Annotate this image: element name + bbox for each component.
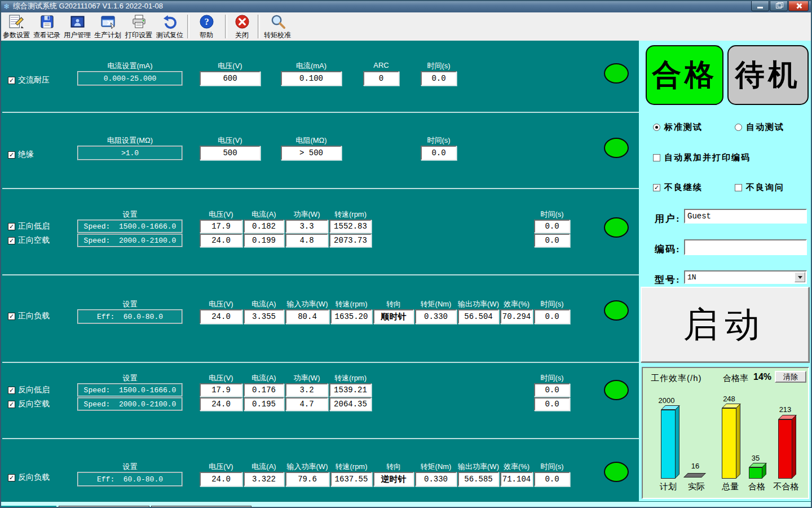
- col-header: 电压(V): [200, 135, 261, 146]
- model-select[interactable]: 1N: [684, 270, 807, 284]
- section-insulation: ✓绝缘 电阻设置(MΩ) >1.0 电压(V) 电阻(MΩ) 时间(s) 500…: [2, 113, 639, 189]
- bar-value-actual: 16: [679, 462, 712, 470]
- col-header: 转速(rpm): [330, 299, 372, 309]
- setting-header: 设置: [77, 209, 183, 220]
- param-settings-button[interactable]: 参数设置: [1, 14, 32, 41]
- close-button[interactable]: [788, 0, 809, 11]
- ac-hipot-checkbox[interactable]: ✓交流耐压: [8, 76, 50, 85]
- status-led: [604, 380, 629, 400]
- setting-value: Eff: 60.0-80.0: [77, 472, 183, 487]
- bar-value-plan: 2000: [650, 396, 683, 405]
- code-input[interactable]: [684, 239, 807, 255]
- torque-calibration-button[interactable]: 转矩校准: [261, 14, 294, 41]
- col-header: 电流(mA): [281, 61, 342, 71]
- bar-category: 总量: [715, 481, 745, 492]
- value-display: 24.0: [200, 472, 242, 487]
- forward-load-checkbox[interactable]: ✓正向负载: [8, 312, 50, 321]
- status-led: [604, 63, 629, 84]
- pass-rate-value: 14%: [753, 372, 771, 382]
- restore-button[interactable]: [770, 0, 788, 11]
- reverse-load-checkbox[interactable]: ✓反向负载: [8, 473, 50, 482]
- value-display: 500: [200, 146, 261, 160]
- value-display: 2073.73: [329, 234, 372, 247]
- close-app-button[interactable]: 关闭: [229, 14, 255, 41]
- checkbox-icon: [735, 184, 742, 191]
- col-header: 转向: [373, 299, 414, 309]
- value-display: 0.0: [421, 146, 457, 160]
- user-management-button[interactable]: 用户管理: [62, 14, 92, 41]
- close-red-icon: [235, 14, 250, 29]
- bottom-segment: [0, 506, 56, 508]
- auto-accumulate-print-checkbox[interactable]: 自动累加并打印编码: [653, 153, 751, 162]
- value-display: 0.0: [534, 309, 570, 324]
- taskbar-button-partial: [151, 506, 251, 508]
- section-forward-load: ✓正向负载 设置 Eff: 60.0-80.0 电压(V) 电流(A) 输入功率…: [2, 275, 639, 363]
- taskbar-button-partial: [59, 506, 149, 508]
- view-records-button[interactable]: 查看记录: [32, 14, 62, 41]
- bar-fail: [778, 415, 792, 479]
- value-display: 71.104: [500, 472, 533, 487]
- col-header: 输出功率(W): [458, 462, 499, 472]
- model-value: 1N: [687, 273, 696, 282]
- value-display: 0.0: [534, 472, 570, 487]
- value-display: 0.182: [244, 220, 284, 233]
- setting-value: Speed: 2000.0-2100.0: [77, 234, 183, 247]
- col-header: 电阻(MΩ): [281, 135, 342, 146]
- setting-value: 0.000-25.000: [77, 71, 183, 86]
- minimize-button[interactable]: [751, 0, 769, 11]
- section-reverse-load: ✓反向负载 设置 Eff: 60.0-80.0 电压(V) 电流(A) 输入功率…: [2, 439, 639, 501]
- setting-value: Speed: 1500.0-1666.0: [77, 220, 183, 233]
- value-display: 24.0: [200, 397, 242, 411]
- value-display: 17.9: [200, 383, 242, 397]
- clear-button[interactable]: 清除: [775, 371, 806, 383]
- insulation-checkbox[interactable]: ✓绝缘: [8, 150, 34, 159]
- col-header: 电流(A): [244, 299, 284, 309]
- test-reset-button[interactable]: 测试复位: [155, 14, 185, 41]
- col-header: 转向: [373, 462, 414, 472]
- undo-arrow-icon: [162, 14, 178, 29]
- value-display: 0.0: [534, 234, 570, 247]
- toolbar-separator: [225, 15, 227, 38]
- forward-noload-checkbox[interactable]: ✓正向空载: [8, 236, 50, 245]
- reverse-noload-checkbox[interactable]: ✓反向空载: [8, 400, 50, 409]
- forward-lowstart-checkbox[interactable]: ✓正向低启: [8, 222, 50, 231]
- value-display: 0.0: [534, 397, 570, 411]
- print-settings-button[interactable]: 打印设置: [123, 14, 154, 41]
- start-button[interactable]: 启动: [641, 287, 809, 362]
- value-display: 0: [363, 71, 399, 86]
- value-display: 56.585: [458, 472, 499, 487]
- col-header: 时间(s): [534, 462, 570, 472]
- fail-ask-checkbox[interactable]: 不良询问: [735, 183, 784, 192]
- reverse-lowstart-checkbox[interactable]: ✓反向低启: [8, 386, 50, 395]
- col-header: 转矩(Nm): [415, 462, 457, 472]
- col-header: 时间(s): [421, 135, 457, 146]
- section-forward-lowstart-noload: ✓正向低启 ✓正向空载 设置 Speed: 1500.0-1666.0 Spee…: [2, 189, 639, 275]
- value-display: 24.0: [200, 309, 242, 324]
- production-plan-button[interactable]: 生产计划: [92, 14, 123, 41]
- chart-title: 工作效率(/h): [651, 373, 702, 384]
- setting-header: 电流设置(mA): [77, 61, 183, 71]
- direction-display: 逆时针: [373, 472, 414, 487]
- bar-value-pass: 35: [743, 454, 768, 462]
- help-button[interactable]: ? 帮助: [192, 14, 221, 41]
- restore-icon: [776, 3, 782, 8]
- fail-continue-checkbox[interactable]: ✓不良继续: [653, 183, 703, 192]
- dropdown-button[interactable]: [795, 272, 805, 282]
- section-reverse-lowstart-noload: ✓反向低启 ✓反向空载 设置 Speed: 1500.0-1666.0 Spee…: [2, 363, 639, 439]
- status-led: [604, 138, 629, 158]
- col-header: 功率(W): [285, 209, 328, 220]
- value-display: 3.3: [285, 220, 328, 233]
- col-header: 转速(rpm): [329, 209, 372, 220]
- user-card-icon: [70, 14, 85, 29]
- radio-auto-test[interactable]: 自动测试: [735, 122, 784, 132]
- radio-standard-test[interactable]: 标准测试: [653, 122, 703, 132]
- setting-header: 电阻设置(MΩ): [77, 135, 183, 146]
- model-label: 型号:: [655, 273, 681, 286]
- bottom-strip: [0, 501, 812, 508]
- value-display: 0.330: [415, 309, 457, 324]
- col-header: 转速(rpm): [329, 373, 372, 383]
- user-input[interactable]: [684, 209, 807, 224]
- col-header: 时间(s): [534, 209, 570, 220]
- value-display: 0.176: [244, 383, 284, 397]
- value-display: 3.2: [285, 383, 328, 397]
